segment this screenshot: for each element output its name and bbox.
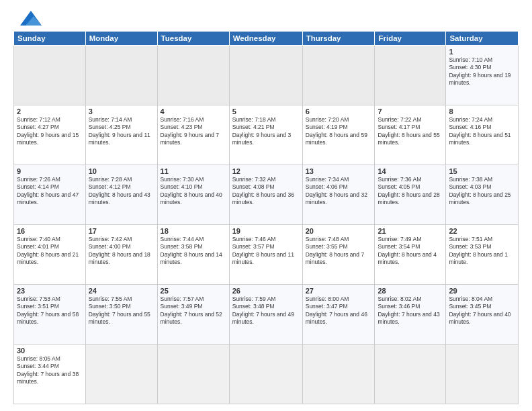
calendar-cell: 7Sunrise: 7:22 AM Sunset: 4:17 PM Daylig… [375, 105, 446, 165]
day-info: Sunrise: 8:05 AM Sunset: 3:44 PM Dayligh… [17, 355, 83, 386]
day-number: 11 [161, 167, 226, 175]
calendar-cell: 28Sunrise: 8:02 AM Sunset: 3:46 PM Dayli… [375, 285, 446, 345]
calendar-cell: 9Sunrise: 7:26 AM Sunset: 4:14 PM Daylig… [14, 165, 86, 225]
calendar-cell [302, 46, 375, 105]
day-number: 12 [232, 167, 300, 175]
day-header-thursday: Thursday [302, 32, 375, 46]
logo [13, 11, 42, 26]
day-info: Sunrise: 7:32 AM Sunset: 4:08 PM Dayligh… [232, 176, 300, 207]
calendar-cell [14, 46, 86, 105]
day-info: Sunrise: 7:18 AM Sunset: 4:21 PM Dayligh… [232, 116, 300, 147]
day-number: 10 [89, 167, 154, 175]
day-info: Sunrise: 7:46 AM Sunset: 3:57 PM Dayligh… [232, 236, 300, 267]
calendar-cell [85, 345, 157, 404]
day-number: 29 [449, 287, 515, 295]
day-number: 30 [17, 347, 83, 355]
day-number: 8 [449, 107, 515, 116]
day-info: Sunrise: 7:51 AM Sunset: 3:53 PM Dayligh… [449, 236, 515, 267]
day-info: Sunrise: 8:02 AM Sunset: 3:46 PM Dayligh… [378, 295, 443, 326]
day-info: Sunrise: 7:40 AM Sunset: 4:01 PM Dayligh… [17, 236, 83, 267]
day-info: Sunrise: 8:00 AM Sunset: 3:47 PM Dayligh… [306, 295, 372, 326]
day-info: Sunrise: 7:28 AM Sunset: 4:12 PM Dayligh… [89, 176, 154, 207]
day-info: Sunrise: 7:48 AM Sunset: 3:55 PM Dayligh… [306, 236, 372, 267]
calendar-header-row: SundayMondayTuesdayWednesdayThursdayFrid… [14, 32, 519, 46]
calendar-cell: 20Sunrise: 7:48 AM Sunset: 3:55 PM Dayli… [302, 225, 375, 285]
calendar-cell [446, 345, 519, 404]
calendar-cell: 2Sunrise: 7:12 AM Sunset: 4:27 PM Daylig… [14, 105, 86, 165]
calendar-cell: 10Sunrise: 7:28 AM Sunset: 4:12 PM Dayli… [85, 165, 157, 225]
calendar-cell: 18Sunrise: 7:44 AM Sunset: 3:58 PM Dayli… [157, 225, 229, 285]
day-number: 13 [306, 167, 372, 175]
calendar-cell [229, 345, 302, 404]
day-number: 28 [378, 287, 443, 295]
calendar-cell: 1Sunrise: 7:10 AM Sunset: 4:30 PM Daylig… [446, 46, 519, 105]
day-info: Sunrise: 7:34 AM Sunset: 4:06 PM Dayligh… [306, 176, 372, 207]
calendar-cell [85, 46, 157, 105]
calendar-cell: 23Sunrise: 7:53 AM Sunset: 3:51 PM Dayli… [14, 285, 86, 345]
day-info: Sunrise: 7:12 AM Sunset: 4:27 PM Dayligh… [17, 116, 83, 147]
day-number: 15 [449, 167, 515, 175]
calendar-cell [229, 46, 302, 105]
calendar-cell [157, 46, 229, 105]
calendar-week-1: 2Sunrise: 7:12 AM Sunset: 4:27 PM Daylig… [14, 105, 519, 165]
day-info: Sunrise: 7:36 AM Sunset: 4:05 PM Dayligh… [378, 176, 443, 207]
day-header-monday: Monday [85, 32, 157, 46]
day-number: 17 [89, 227, 154, 235]
calendar-cell: 21Sunrise: 7:49 AM Sunset: 3:54 PM Dayli… [375, 225, 446, 285]
day-info: Sunrise: 7:57 AM Sunset: 3:49 PM Dayligh… [161, 295, 226, 326]
day-info: Sunrise: 7:38 AM Sunset: 4:03 PM Dayligh… [449, 176, 515, 207]
day-number: 27 [306, 287, 372, 295]
calendar-cell: 5Sunrise: 7:18 AM Sunset: 4:21 PM Daylig… [229, 105, 302, 165]
day-number: 16 [17, 227, 83, 235]
calendar-cell: 27Sunrise: 8:00 AM Sunset: 3:47 PM Dayli… [302, 285, 375, 345]
day-header-wednesday: Wednesday [229, 32, 302, 46]
day-info: Sunrise: 7:14 AM Sunset: 4:25 PM Dayligh… [89, 116, 154, 147]
day-number: 7 [378, 107, 443, 116]
calendar-week-3: 16Sunrise: 7:40 AM Sunset: 4:01 PM Dayli… [14, 225, 519, 285]
day-number: 24 [89, 287, 154, 295]
page: SundayMondayTuesdayWednesdayThursdayFrid… [0, 0, 532, 411]
day-info: Sunrise: 7:55 AM Sunset: 3:50 PM Dayligh… [89, 295, 154, 326]
calendar-cell: 19Sunrise: 7:46 AM Sunset: 3:57 PM Dayli… [229, 225, 302, 285]
day-info: Sunrise: 7:24 AM Sunset: 4:16 PM Dayligh… [449, 116, 515, 147]
calendar-cell: 6Sunrise: 7:20 AM Sunset: 4:19 PM Daylig… [302, 105, 375, 165]
day-number: 20 [306, 227, 372, 235]
day-info: Sunrise: 7:42 AM Sunset: 4:00 PM Dayligh… [89, 236, 154, 267]
day-number: 1 [449, 48, 515, 56]
day-number: 3 [89, 107, 154, 116]
day-number: 21 [378, 227, 443, 235]
calendar-cell [375, 46, 446, 105]
day-info: Sunrise: 7:44 AM Sunset: 3:58 PM Dayligh… [161, 236, 226, 267]
day-number: 9 [17, 167, 83, 175]
calendar-week-2: 9Sunrise: 7:26 AM Sunset: 4:14 PM Daylig… [14, 165, 519, 225]
day-info: Sunrise: 7:26 AM Sunset: 4:14 PM Dayligh… [17, 176, 83, 207]
day-number: 6 [306, 107, 372, 116]
day-number: 19 [232, 227, 300, 235]
calendar-cell: 29Sunrise: 8:04 AM Sunset: 3:45 PM Dayli… [446, 285, 519, 345]
calendar-week-5: 30Sunrise: 8:05 AM Sunset: 3:44 PM Dayli… [14, 345, 519, 404]
day-info: Sunrise: 7:53 AM Sunset: 3:51 PM Dayligh… [17, 295, 83, 326]
calendar-week-0: 1Sunrise: 7:10 AM Sunset: 4:30 PM Daylig… [14, 46, 519, 105]
header [13, 11, 519, 26]
calendar-cell: 24Sunrise: 7:55 AM Sunset: 3:50 PM Dayli… [85, 285, 157, 345]
day-number: 18 [161, 227, 226, 235]
day-number: 4 [161, 107, 226, 116]
calendar: SundayMondayTuesdayWednesdayThursdayFrid… [13, 31, 519, 404]
calendar-cell: 17Sunrise: 7:42 AM Sunset: 4:00 PM Dayli… [85, 225, 157, 285]
day-info: Sunrise: 7:49 AM Sunset: 3:54 PM Dayligh… [378, 236, 443, 267]
day-number: 2 [17, 107, 83, 116]
day-number: 26 [232, 287, 300, 295]
calendar-cell: 25Sunrise: 7:57 AM Sunset: 3:49 PM Dayli… [157, 285, 229, 345]
day-header-saturday: Saturday [446, 32, 519, 46]
calendar-cell: 22Sunrise: 7:51 AM Sunset: 3:53 PM Dayli… [446, 225, 519, 285]
calendar-cell: 13Sunrise: 7:34 AM Sunset: 4:06 PM Dayli… [302, 165, 375, 225]
day-number: 14 [378, 167, 443, 175]
calendar-cell: 26Sunrise: 7:59 AM Sunset: 3:48 PM Dayli… [229, 285, 302, 345]
calendar-cell: 8Sunrise: 7:24 AM Sunset: 4:16 PM Daylig… [446, 105, 519, 165]
day-info: Sunrise: 7:22 AM Sunset: 4:17 PM Dayligh… [378, 116, 443, 147]
calendar-cell [157, 345, 229, 404]
calendar-cell: 3Sunrise: 7:14 AM Sunset: 4:25 PM Daylig… [85, 105, 157, 165]
calendar-cell: 14Sunrise: 7:36 AM Sunset: 4:05 PM Dayli… [375, 165, 446, 225]
calendar-cell: 30Sunrise: 8:05 AM Sunset: 3:44 PM Dayli… [14, 345, 86, 404]
day-number: 25 [161, 287, 226, 295]
